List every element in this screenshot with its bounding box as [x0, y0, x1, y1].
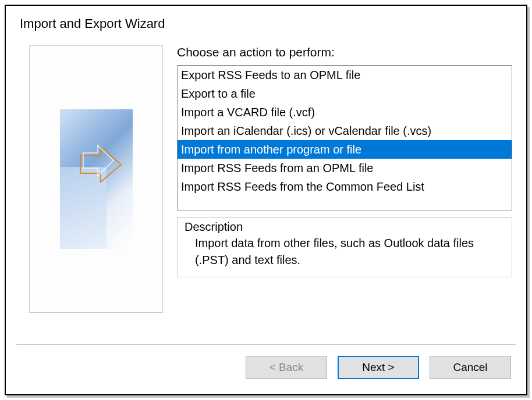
- wizard-arrow-graphic: [60, 109, 133, 249]
- list-item[interactable]: Import RSS Feeds from an OPML file: [178, 159, 512, 177]
- list-item[interactable]: Export to a file: [178, 84, 512, 103]
- list-item[interactable]: Export RSS Feeds to an OPML file: [178, 66, 512, 84]
- list-item[interactable]: Import RSS Feeds from the Common Feed Li…: [178, 177, 512, 196]
- description-group: Description Import data from other files…: [177, 217, 512, 277]
- content-area: Choose an action to perform: Export RSS …: [6, 40, 526, 313]
- next-button[interactable]: Next >: [338, 356, 419, 379]
- button-row: < Back Next > Cancel: [246, 356, 511, 379]
- wizard-dialog: Import and Export Wizard Choose an actio…: [5, 5, 527, 395]
- list-item[interactable]: Import a VCARD file (.vcf): [178, 103, 512, 122]
- action-prompt-label: Choose an action to perform:: [177, 45, 512, 59]
- main-panel: Choose an action to perform: Export RSS …: [163, 45, 512, 313]
- separator: [16, 344, 516, 345]
- action-listbox[interactable]: Export RSS Feeds to an OPML fileExport t…: [177, 65, 512, 210]
- back-button[interactable]: < Back: [246, 356, 327, 379]
- list-item[interactable]: Import an iCalendar (.ics) or vCalendar …: [178, 122, 512, 140]
- arrow-icon: [77, 144, 124, 185]
- wizard-image-panel: [29, 45, 163, 313]
- list-item[interactable]: Import from another program or file: [178, 140, 512, 159]
- description-label: Description: [185, 220, 505, 234]
- description-text: Import data from other files, such as Ou…: [185, 235, 505, 269]
- dialog-title: Import and Export Wizard: [6, 6, 526, 40]
- cancel-button[interactable]: Cancel: [430, 356, 511, 379]
